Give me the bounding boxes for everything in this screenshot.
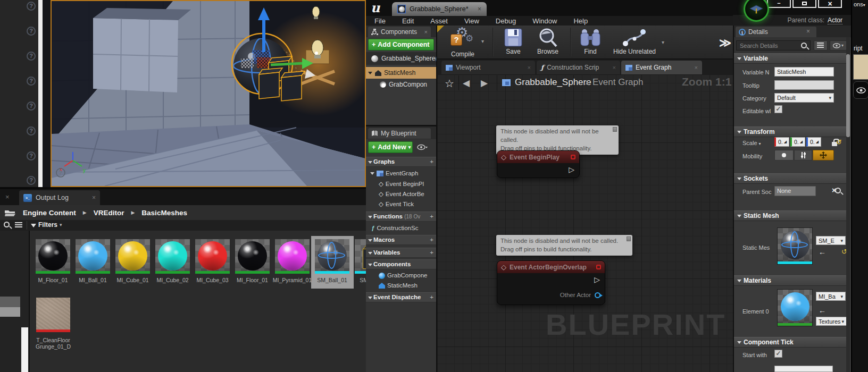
node-event-actorbeginoverlap[interactable]: ◇ Event ActorBeginOverlap ▷ Other Actor [497,260,605,305]
use-selected-icon[interactable]: ← [819,248,826,256]
close-icon[interactable]: × [695,64,698,71]
mobility-stationary-button[interactable] [794,150,812,160]
close-icon[interactable]: × [92,194,96,201]
add-component-button[interactable]: + Add Component [368,39,434,50]
breadcrumb-leaf[interactable]: BasicMeshes [141,209,187,217]
tab-components[interactable]: Components × [368,27,431,37]
graph-breadcrumb-root[interactable]: Grabbable_Sphere [515,77,591,88]
component-row-self[interactable]: Grabbable_Sphere( [366,52,436,65]
scale-z-field[interactable]: 0.◢ [806,137,821,147]
tab-details[interactable]: i Details [736,27,816,37]
asset-tile-selected[interactable]: SM_Ball_01 [315,239,349,274]
collapsed-panel-bar[interactable] [0,297,20,307]
section-graphs[interactable]: Graphs+ [366,157,436,167]
asset-tile[interactable]: MI_Cube_01 [115,239,150,274]
help-icon[interactable]: ? [27,126,36,136]
truncated-button[interactable]: ons▾ [854,1,865,7]
start-with-tick-checkbox[interactable]: ✓ [774,350,782,358]
section-transform[interactable]: Transform [734,126,846,137]
breadcrumb-mid[interactable]: VREditor [94,209,124,217]
category-dropdown[interactable]: Default▾ [774,93,834,103]
parent-class-link[interactable]: Actor [828,16,842,24]
toolbar-overflow-icon[interactable]: ≫ [719,36,731,50]
scrollbar-vertical[interactable] [21,327,28,372]
menu-view[interactable]: View [463,17,480,25]
menu-debug[interactable]: Debug [495,17,517,25]
nav-forward-icon[interactable]: ▶ [481,78,488,89]
tooltip-field[interactable] [774,80,834,90]
add-macro-icon[interactable]: + [430,235,433,244]
exec-output-pin[interactable]: ▷ [594,276,600,283]
tab-output-log[interactable]: >_ Output Log × [19,190,100,205]
menu-asset[interactable]: Asset [429,17,449,25]
section-event-dispatchers[interactable]: Event Dispatche+ [366,292,436,302]
hidden-tab-close-icon[interactable]: × [5,193,10,201]
tab-construction-script[interactable]: ƒ Construction Scrip × [537,61,620,74]
section-macros[interactable]: Macros+ [366,235,436,245]
search-icon[interactable] [4,222,10,227]
add-dispatcher-icon[interactable]: + [430,293,433,302]
node-event-beginplay[interactable]: ◇ Event BeginPlay ▷ [497,150,580,178]
compile-button[interactable]: ⚙ ⚙ ? Compile [446,28,480,58]
tab-my-blueprint[interactable]: My Blueprint [368,128,431,139]
visibility-button[interactable] [853,81,868,99]
static-mesh-thumbnail[interactable] [777,227,813,265]
tab-event-graph[interactable]: Event Graph × [621,61,702,74]
view-options-button[interactable]: ▾ [830,40,847,50]
help-icon[interactable]: ? [27,27,36,36]
clear-icon[interactable]: × [832,186,836,195]
add-function-icon[interactable]: + [430,212,433,221]
scale-y-field[interactable]: 0.◢ [790,137,805,147]
section-component-tick[interactable]: Component Tick [734,337,846,348]
section-materials[interactable]: Materials [734,275,846,286]
document-tab[interactable]: Grabbable_Sphere* × [392,2,487,16]
help-icon[interactable]: ? [27,102,36,111]
hide-unrelated-button[interactable]: Hide Unrelated [610,28,660,55]
asset-tile[interactable]: MI_Cube_03 [195,239,230,274]
close-icon[interactable]: × [613,64,616,71]
add-variable-icon[interactable]: + [430,248,433,257]
tree-item-grabcomponent[interactable]: GrabCompone [366,270,436,281]
textures-button[interactable]: Textures▾ [816,317,847,326]
tree-item-event-actoroverlap[interactable]: ◇Event ActorBe [366,189,436,199]
material-dropdown[interactable]: MI_Ba▾ [816,292,846,301]
parent-socket-field[interactable]: None [774,186,816,196]
level-viewport[interactable]: x y ? [51,0,366,187]
component-row-staticmesh[interactable]: StaticMesh [366,67,436,79]
collapse-arrow-icon[interactable] [370,172,374,175]
find-button[interactable]: Find [577,28,604,55]
close-icon[interactable]: × [528,64,531,71]
section-components[interactable]: Components [366,259,436,269]
hide-unrelated-options-icon[interactable]: ▾ [662,39,664,45]
menu-help[interactable]: Help [572,17,589,25]
tree-item-event-tick[interactable]: ◇Event Tick [366,199,436,209]
save-button[interactable]: Save [499,28,528,55]
section-variables[interactable]: Variables+ [366,248,436,258]
asset-tile[interactable]: MI_Ball_01 [76,239,110,274]
details-scrollbar-thumb[interactable] [846,54,850,137]
component-row-grab[interactable]: GrabCompon [366,79,436,90]
help-icon[interactable]: ? [27,2,36,11]
view-options-button[interactable] [417,143,428,153]
collapse-arrow-icon[interactable] [368,72,372,74]
filters-button[interactable]: Filters ▾ [31,221,62,229]
minimize-button[interactable]: − [767,0,791,8]
use-selected-icon[interactable]: ← [819,306,826,315]
list-view-icon[interactable] [15,222,22,229]
section-functions[interactable]: Functions (18 Ov+ [366,212,436,222]
variable-name-field[interactable]: StaticMesh [774,67,834,77]
collapsed-panel-bar[interactable] [0,307,20,317]
breadcrumb-root[interactable]: Engine Content [23,209,76,217]
tab-viewport[interactable]: Viewport × [441,61,535,74]
mobility-static-button[interactable] [774,150,794,160]
help-icon[interactable]: ? [27,52,36,61]
browse-button[interactable]: Browse [532,28,564,55]
help-icon[interactable]: ? [27,151,36,160]
nav-back-icon[interactable]: ◀ [463,78,470,89]
close-icon[interactable]: × [806,28,810,35]
display-filter-button[interactable] [814,40,828,50]
asset-tile[interactable]: MI_Floor_01 [235,239,270,274]
restore-button[interactable] [792,0,816,8]
asset-tile[interactable]: MI_Cube_02 [155,239,190,274]
close-icon[interactable]: × [478,5,481,13]
